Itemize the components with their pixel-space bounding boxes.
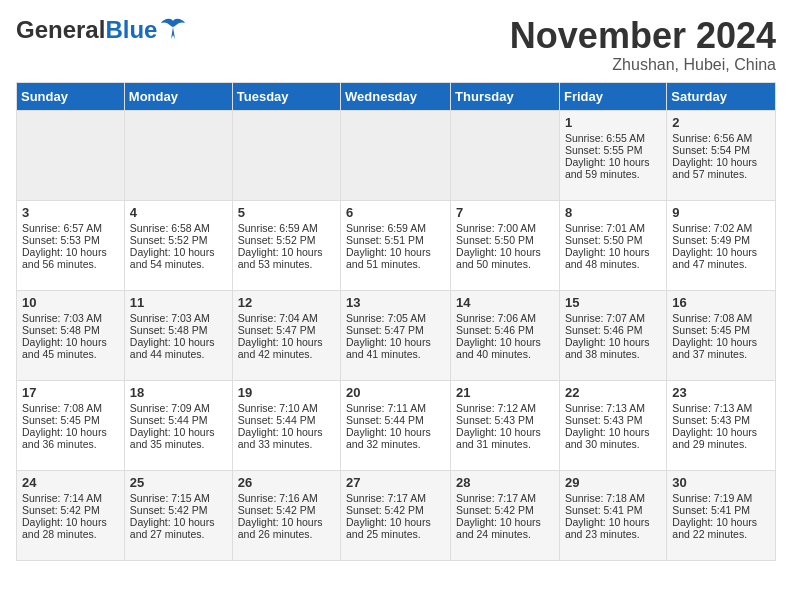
daylight: Daylight: 10 hours and 33 minutes. — [238, 426, 323, 450]
logo-general: General — [16, 16, 105, 44]
sunset: Sunset: 5:43 PM — [672, 414, 750, 426]
sunset: Sunset: 5:42 PM — [130, 504, 208, 516]
calendar-cell: 7Sunrise: 7:00 AMSunset: 5:50 PMDaylight… — [451, 200, 560, 290]
calendar-cell: 5Sunrise: 6:59 AMSunset: 5:52 PMDaylight… — [232, 200, 340, 290]
day-number: 18 — [130, 385, 227, 400]
calendar-cell: 21Sunrise: 7:12 AMSunset: 5:43 PMDayligh… — [451, 380, 560, 470]
sunrise: Sunrise: 7:12 AM — [456, 402, 536, 414]
sunrise: Sunrise: 7:08 AM — [22, 402, 102, 414]
sunrise: Sunrise: 7:15 AM — [130, 492, 210, 504]
sunrise: Sunrise: 6:59 AM — [238, 222, 318, 234]
sunrise: Sunrise: 7:06 AM — [456, 312, 536, 324]
sunset: Sunset: 5:46 PM — [456, 324, 534, 336]
daylight: Daylight: 10 hours and 38 minutes. — [565, 336, 650, 360]
sunset: Sunset: 5:52 PM — [238, 234, 316, 246]
sunrise: Sunrise: 7:14 AM — [22, 492, 102, 504]
sunset: Sunset: 5:44 PM — [346, 414, 424, 426]
daylight: Daylight: 10 hours and 28 minutes. — [22, 516, 107, 540]
col-header-saturday: Saturday — [667, 82, 776, 110]
calendar-cell: 4Sunrise: 6:58 AMSunset: 5:52 PMDaylight… — [124, 200, 232, 290]
day-number: 19 — [238, 385, 335, 400]
day-number: 24 — [22, 475, 119, 490]
calendar-cell — [232, 110, 340, 200]
calendar-cell — [17, 110, 125, 200]
sunrise: Sunrise: 7:04 AM — [238, 312, 318, 324]
sunrise: Sunrise: 7:17 AM — [346, 492, 426, 504]
sunrise: Sunrise: 7:02 AM — [672, 222, 752, 234]
daylight: Daylight: 10 hours and 29 minutes. — [672, 426, 757, 450]
daylight: Daylight: 10 hours and 42 minutes. — [238, 336, 323, 360]
sunset: Sunset: 5:43 PM — [565, 414, 643, 426]
logo: General Blue — [16, 16, 187, 44]
sunrise: Sunrise: 7:13 AM — [672, 402, 752, 414]
day-number: 12 — [238, 295, 335, 310]
calendar-cell: 23Sunrise: 7:13 AMSunset: 5:43 PMDayligh… — [667, 380, 776, 470]
day-number: 22 — [565, 385, 661, 400]
daylight: Daylight: 10 hours and 23 minutes. — [565, 516, 650, 540]
daylight: Daylight: 10 hours and 51 minutes. — [346, 246, 431, 270]
calendar-cell: 19Sunrise: 7:10 AMSunset: 5:44 PMDayligh… — [232, 380, 340, 470]
calendar-cell: 11Sunrise: 7:03 AMSunset: 5:48 PMDayligh… — [124, 290, 232, 380]
sunset: Sunset: 5:53 PM — [22, 234, 100, 246]
daylight: Daylight: 10 hours and 59 minutes. — [565, 156, 650, 180]
daylight: Daylight: 10 hours and 31 minutes. — [456, 426, 541, 450]
daylight: Daylight: 10 hours and 53 minutes. — [238, 246, 323, 270]
calendar-cell: 3Sunrise: 6:57 AMSunset: 5:53 PMDaylight… — [17, 200, 125, 290]
day-number: 21 — [456, 385, 554, 400]
daylight: Daylight: 10 hours and 56 minutes. — [22, 246, 107, 270]
calendar-cell: 1Sunrise: 6:55 AMSunset: 5:55 PMDaylight… — [559, 110, 666, 200]
sunset: Sunset: 5:44 PM — [130, 414, 208, 426]
calendar-header-row: SundayMondayTuesdayWednesdayThursdayFrid… — [17, 82, 776, 110]
calendar-cell: 20Sunrise: 7:11 AMSunset: 5:44 PMDayligh… — [341, 380, 451, 470]
daylight: Daylight: 10 hours and 37 minutes. — [672, 336, 757, 360]
calendar-cell: 2Sunrise: 6:56 AMSunset: 5:54 PMDaylight… — [667, 110, 776, 200]
day-number: 30 — [672, 475, 770, 490]
daylight: Daylight: 10 hours and 44 minutes. — [130, 336, 215, 360]
sunset: Sunset: 5:51 PM — [346, 234, 424, 246]
sunrise: Sunrise: 7:18 AM — [565, 492, 645, 504]
sunset: Sunset: 5:50 PM — [456, 234, 534, 246]
sunset: Sunset: 5:48 PM — [22, 324, 100, 336]
daylight: Daylight: 10 hours and 27 minutes. — [130, 516, 215, 540]
sunset: Sunset: 5:44 PM — [238, 414, 316, 426]
day-number: 14 — [456, 295, 554, 310]
sunset: Sunset: 5:48 PM — [130, 324, 208, 336]
calendar-cell: 17Sunrise: 7:08 AMSunset: 5:45 PMDayligh… — [17, 380, 125, 470]
sunset: Sunset: 5:41 PM — [672, 504, 750, 516]
sunset: Sunset: 5:42 PM — [456, 504, 534, 516]
sunset: Sunset: 5:45 PM — [22, 414, 100, 426]
sunrise: Sunrise: 7:03 AM — [130, 312, 210, 324]
day-number: 25 — [130, 475, 227, 490]
col-header-wednesday: Wednesday — [341, 82, 451, 110]
col-header-tuesday: Tuesday — [232, 82, 340, 110]
calendar-cell: 6Sunrise: 6:59 AMSunset: 5:51 PMDaylight… — [341, 200, 451, 290]
day-number: 28 — [456, 475, 554, 490]
sunset: Sunset: 5:42 PM — [346, 504, 424, 516]
sunset: Sunset: 5:45 PM — [672, 324, 750, 336]
page-header: General Blue November 2024 Zhushan, Hube… — [16, 16, 776, 74]
sunset: Sunset: 5:55 PM — [565, 144, 643, 156]
daylight: Daylight: 10 hours and 50 minutes. — [456, 246, 541, 270]
daylight: Daylight: 10 hours and 57 minutes. — [672, 156, 757, 180]
week-row-4: 17Sunrise: 7:08 AMSunset: 5:45 PMDayligh… — [17, 380, 776, 470]
calendar-cell: 22Sunrise: 7:13 AMSunset: 5:43 PMDayligh… — [559, 380, 666, 470]
calendar-cell: 12Sunrise: 7:04 AMSunset: 5:47 PMDayligh… — [232, 290, 340, 380]
day-number: 17 — [22, 385, 119, 400]
daylight: Daylight: 10 hours and 24 minutes. — [456, 516, 541, 540]
calendar-cell: 10Sunrise: 7:03 AMSunset: 5:48 PMDayligh… — [17, 290, 125, 380]
calendar-cell: 13Sunrise: 7:05 AMSunset: 5:47 PMDayligh… — [341, 290, 451, 380]
sunrise: Sunrise: 7:11 AM — [346, 402, 426, 414]
sunrise: Sunrise: 7:19 AM — [672, 492, 752, 504]
day-number: 9 — [672, 205, 770, 220]
calendar-cell: 14Sunrise: 7:06 AMSunset: 5:46 PMDayligh… — [451, 290, 560, 380]
daylight: Daylight: 10 hours and 32 minutes. — [346, 426, 431, 450]
daylight: Daylight: 10 hours and 26 minutes. — [238, 516, 323, 540]
calendar-cell — [451, 110, 560, 200]
col-header-friday: Friday — [559, 82, 666, 110]
week-row-5: 24Sunrise: 7:14 AMSunset: 5:42 PMDayligh… — [17, 470, 776, 560]
title-block: November 2024 Zhushan, Hubei, China — [510, 16, 776, 74]
day-number: 4 — [130, 205, 227, 220]
col-header-monday: Monday — [124, 82, 232, 110]
col-header-sunday: Sunday — [17, 82, 125, 110]
calendar-cell: 24Sunrise: 7:14 AMSunset: 5:42 PMDayligh… — [17, 470, 125, 560]
